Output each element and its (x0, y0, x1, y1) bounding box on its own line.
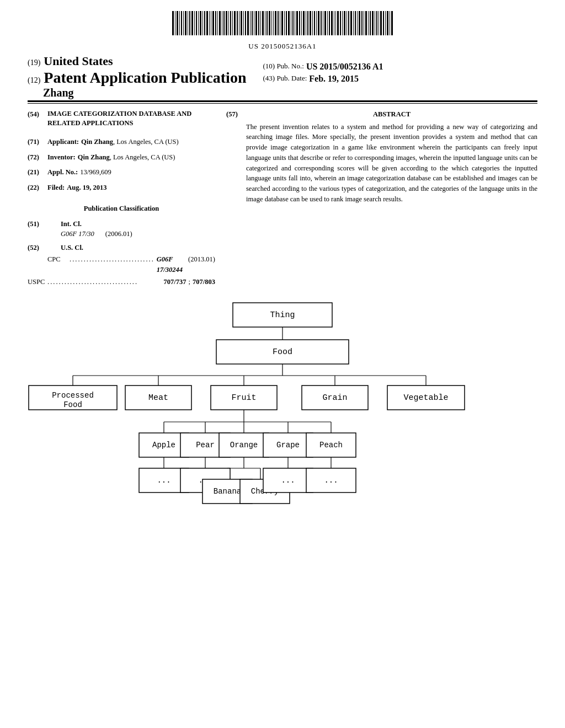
svg-rect-68 (318, 11, 319, 35)
svg-rect-41 (260, 11, 261, 35)
pub-date-value: Feb. 19, 2015 (309, 74, 359, 84)
svg-rect-55 (291, 11, 291, 35)
svg-rect-101 (390, 11, 390, 35)
svg-rect-57 (295, 11, 295, 35)
applicant-location: , Los Angeles, CA (US) (113, 137, 179, 147)
barcode-image (167, 10, 398, 38)
vegetable-node-text: Vegetable (403, 393, 448, 403)
svg-rect-25 (226, 11, 227, 35)
meat-node-text: Meat (148, 393, 168, 403)
svg-rect-29 (234, 11, 236, 35)
svg-rect-43 (265, 11, 265, 35)
pear-node-text: Pear (196, 441, 215, 449)
svg-rect-58 (296, 11, 298, 35)
svg-rect-39 (255, 11, 257, 35)
svg-rect-85 (355, 11, 356, 35)
svg-rect-78 (340, 11, 341, 35)
abstract-num: (57) (226, 109, 246, 205)
uspc-dots: ................................ (47, 277, 162, 287)
svg-rect-32 (241, 11, 242, 35)
pub-class-title: Publication Classification (28, 204, 215, 214)
svg-rect-37 (252, 11, 253, 35)
svg-rect-69 (321, 11, 322, 35)
int-cl-row: (51) Int. Cl. G06F 17/30 (2006.01) (28, 219, 215, 240)
left-column: (54) IMAGE CATEGORIZATION DATABASE AND R… (28, 109, 215, 287)
us-cl-label-text: U.S. Cl. (61, 243, 83, 253)
svg-rect-60 (301, 11, 302, 35)
svg-rect-72 (327, 11, 328, 35)
svg-rect-26 (228, 11, 229, 35)
tree-diagram: Thing Food Processed Food Meat Fruit Gr (23, 298, 542, 519)
svg-rect-44 (266, 11, 268, 35)
svg-rect-0 (172, 11, 174, 35)
svg-rect-90 (365, 11, 367, 35)
inventor-num: (72) (28, 152, 47, 163)
svg-rect-93 (372, 11, 374, 35)
processed-food-node-text: Processed (52, 391, 94, 400)
svg-rect-6 (185, 11, 186, 35)
svg-rect-49 (278, 11, 279, 35)
svg-rect-35 (247, 11, 249, 35)
us-cl-row: (52) U.S. Cl. (28, 243, 215, 253)
svg-rect-53 (286, 11, 287, 35)
cpc-value: G06F 17/30244 (157, 254, 186, 275)
diagram-area: Thing Food Processed Food Meat Fruit Gr (0, 287, 565, 541)
svg-rect-31 (239, 11, 239, 35)
svg-rect-73 (329, 11, 330, 35)
svg-rect-17 (209, 11, 210, 35)
thing-node-text: Thing (270, 311, 295, 320)
apple-node-text: Apple (152, 441, 175, 449)
peach-node-text: Peach (319, 441, 343, 449)
svg-rect-67 (316, 11, 317, 35)
appl-value: 13/969,609 (80, 167, 111, 178)
svg-rect-23 (222, 11, 222, 35)
svg-rect-10 (194, 11, 195, 35)
svg-rect-70 (323, 11, 323, 35)
svg-rect-2 (177, 11, 178, 35)
inventor-row: (72) Inventor: Qin Zhang , Los Angeles, … (28, 152, 215, 163)
svg-rect-97 (380, 11, 382, 35)
inventor-name: Zhang (43, 87, 74, 99)
country-num: (19) (28, 58, 40, 67)
inventor-location: , Los Angeles, CA (US) (110, 152, 175, 163)
applicant-value: Qin Zhang (81, 137, 113, 147)
title-text: IMAGE CATEGORIZATION DATABASE AND RELATE… (47, 109, 215, 129)
svg-rect-42 (262, 11, 264, 35)
header-right: (10) Pub. No.: US 2015/0052136 A1 (43) P… (263, 54, 450, 86)
svg-rect-15 (204, 11, 205, 35)
svg-rect-3 (179, 11, 180, 35)
svg-rect-61 (303, 11, 305, 35)
applicant-label: Applicant: (47, 137, 79, 147)
svg-rect-22 (219, 11, 221, 35)
svg-rect-16 (206, 11, 208, 35)
appl-row: (21) Appl. No.: 13/969,609 (28, 167, 215, 178)
svg-rect-12 (198, 11, 199, 35)
pub-num-label: (10) Pub. No.: (263, 62, 303, 72)
svg-rect-5 (183, 11, 184, 35)
svg-rect-66 (314, 11, 315, 35)
svg-rect-92 (370, 11, 371, 35)
svg-rect-79 (342, 11, 343, 35)
svg-rect-47 (273, 11, 274, 35)
pub-number-line: US 20150052136A1 (0, 42, 565, 51)
abstract-title: ABSTRACT (246, 109, 537, 120)
svg-rect-21 (217, 11, 218, 35)
int-cl-value-row: G06F 17/30 (2006.01) (61, 229, 132, 239)
patent-app-title: Patent Application Publication (44, 69, 246, 87)
pub-num-value: US 2015/0052136 A1 (306, 62, 383, 72)
svg-rect-82 (348, 11, 349, 35)
svg-rect-46 (271, 11, 272, 35)
abstract-header-row: (57) ABSTRACT The present invention rela… (226, 109, 537, 205)
us-cl-num: (52) (28, 243, 61, 253)
processed-food-node-text2: Food (63, 400, 82, 409)
uspc-label: USPC (28, 277, 47, 287)
apple-ellipsis-text: ... (157, 476, 170, 485)
food-node-text: Food (273, 347, 292, 357)
banana-node-text: Banana (214, 487, 241, 496)
svg-rect-40 (258, 11, 259, 35)
appl-num: (21) (28, 167, 47, 178)
svg-rect-54 (288, 11, 290, 35)
svg-rect-87 (359, 11, 360, 35)
svg-rect-88 (361, 11, 363, 35)
svg-rect-38 (254, 11, 254, 35)
